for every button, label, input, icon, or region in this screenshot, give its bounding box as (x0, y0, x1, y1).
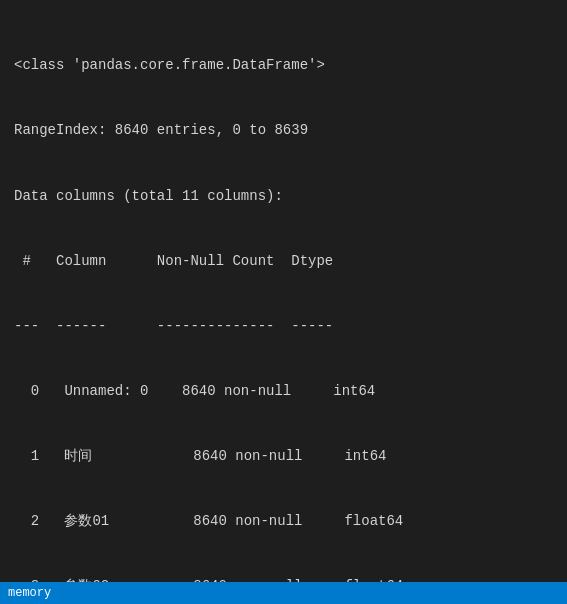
range-index-line: RangeIndex: 8640 entries, 0 to 8639 (14, 120, 553, 142)
table-row-2: 2 参数01 8640 non-null float64 (14, 511, 553, 533)
class-line: <class 'pandas.core.frame.DataFrame'> (14, 55, 553, 77)
dataframe-info: <class 'pandas.core.frame.DataFrame'> Ra… (14, 12, 553, 604)
data-columns-line: Data columns (total 11 columns): (14, 186, 553, 208)
header-line: # Column Non-Null Count Dtype (14, 251, 553, 273)
table-row-1: 1 时间 8640 non-null int64 (14, 446, 553, 468)
status-bar: memory (0, 582, 567, 604)
status-bar-text: memory (8, 586, 51, 600)
table-row-0: 0 Unnamed: 0 8640 non-null int64 (14, 381, 553, 403)
separator-line: --- ------ -------------- ----- (14, 316, 553, 338)
